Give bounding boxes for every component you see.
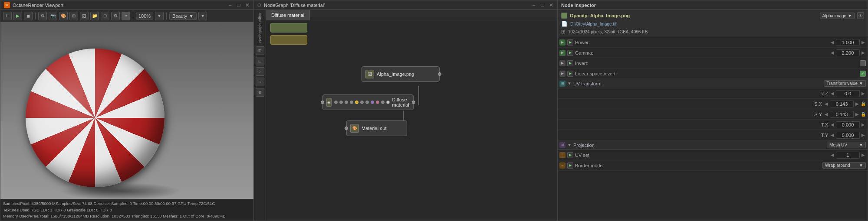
post-process-btn[interactable]: ▼ — [198, 12, 207, 20]
power-play-btn[interactable]: ▶ — [567, 39, 573, 46]
node-diffuse-material[interactable]: ◉ Diffuse material — [322, 94, 414, 110]
settings-btn-2[interactable]: ⚙ — [111, 12, 120, 20]
ng-sidebar-btn-2[interactable]: ⊡ — [256, 57, 264, 65]
inspector-title: Node Inspector — [561, 3, 596, 8]
folder-btn[interactable]: 📁 — [90, 12, 99, 20]
preview-node-green[interactable] — [270, 23, 307, 32]
linear-space-label: Linear space invert: — [575, 71, 617, 76]
uv-transform-dropdown[interactable]: Transform value ▼ — [824, 80, 866, 87]
tx-arrow-left[interactable]: ◀ — [830, 122, 835, 127]
ng-sidebar-btn-3[interactable]: ○ — [256, 67, 264, 76]
invert-icon: ▶ — [559, 60, 566, 66]
sx-lock[interactable]: 🔒 — [861, 101, 866, 107]
sx-arrow-left[interactable]: ◀ — [824, 101, 829, 106]
ng-tab-diffuse[interactable]: Diffuse material — [266, 10, 310, 20]
minimize-button[interactable]: − — [227, 3, 233, 8]
linear-space-play-btn[interactable]: ▶ — [567, 71, 573, 77]
zoom-display[interactable]: 100% — [136, 13, 153, 20]
status-line-3: Memory Used/Free/Total: 1586/7158/11264M… — [3, 213, 251, 219]
conn-4[interactable] — [350, 101, 353, 104]
filter-btn[interactable]: ⊡ — [101, 12, 109, 20]
diffuse-label: Diffuse material — [392, 97, 410, 107]
rz-arrow-left[interactable]: ◀ — [830, 91, 835, 96]
gamma-play-btn[interactable]: ▶ — [567, 50, 573, 56]
uvset-arrow-left[interactable]: ◀ — [830, 153, 835, 157]
ng-sidebar-btn-1[interactable]: ⊞ — [256, 46, 264, 55]
sy-value[interactable]: 0.143 — [830, 111, 854, 118]
color-btn[interactable]: 🎨 — [59, 12, 68, 20]
uv-transform-toggle[interactable]: ▼ — [567, 81, 572, 86]
linear-space-checkbox[interactable]: ✓ — [860, 71, 866, 77]
rz-value[interactable]: 0.0 — [836, 90, 860, 97]
conn-2[interactable] — [339, 101, 343, 104]
conn-5[interactable] — [360, 101, 364, 104]
ty-arrow-left[interactable]: ◀ — [830, 133, 835, 137]
ng-minimize-btn[interactable]: − — [531, 3, 536, 8]
border-mode-dropdown[interactable]: Wrap around ▼ — [822, 162, 866, 169]
diffuse-input-connector[interactable] — [321, 101, 324, 104]
conn-8[interactable] — [376, 101, 379, 104]
uvset-arrow-right[interactable]: ▶ — [861, 153, 866, 157]
camera-btn[interactable]: 📷 — [49, 12, 57, 20]
node-material-out[interactable]: 🎨 Material out — [346, 120, 407, 136]
diffuse-output-connector[interactable] — [412, 101, 415, 104]
conn-3[interactable] — [345, 101, 348, 104]
stop-button[interactable]: ◼ — [24, 12, 33, 20]
sun-btn[interactable]: ☀ — [122, 12, 130, 20]
sx-value[interactable]: 0.143 — [830, 101, 854, 107]
uvset-play-btn[interactable]: ▶ — [567, 152, 573, 158]
projection-dropdown[interactable]: Mesh UV ▼ — [827, 142, 866, 148]
sy-arrow-left[interactable]: ◀ — [824, 112, 829, 117]
ng-close-btn[interactable]: ✕ — [549, 3, 554, 8]
zoom-dropdown-btn[interactable]: ▼ — [155, 12, 164, 20]
invert-checkbox[interactable] — [860, 60, 866, 66]
gamma-arrow-left[interactable]: ◀ — [830, 50, 835, 55]
projection-label: Projection — [573, 143, 595, 148]
ty-arrow-right[interactable]: ▶ — [861, 133, 866, 137]
node-type-dropdown[interactable]: Alpha image ▼ — [820, 13, 855, 19]
tx-arrow-right[interactable]: ▶ — [861, 122, 866, 127]
gamma-value[interactable]: 2.200 — [836, 49, 860, 56]
power-arrow-right[interactable]: ▶ — [861, 40, 866, 45]
settings-btn-1[interactable]: ⚙ — [38, 12, 47, 20]
preview-node-yellow[interactable] — [270, 35, 307, 45]
sy-arrow-right[interactable]: ▶ — [855, 112, 860, 117]
pause-button[interactable]: ⏸ — [3, 12, 12, 20]
conn-7[interactable] — [371, 101, 374, 104]
invert-play-btn[interactable]: ▶ — [567, 60, 573, 66]
rz-arrow-right[interactable]: ▶ — [861, 91, 866, 96]
conn-1[interactable] — [334, 101, 338, 104]
sx-arrow-right[interactable]: ▶ — [855, 101, 860, 106]
inspector-header: Opacity: Alpha_Image.png Alpha image ▼ 👁… — [558, 10, 868, 37]
close-button[interactable]: ✕ — [245, 3, 250, 8]
node-alpha-image[interactable]: 🖼 Alpha_Image.png — [362, 66, 440, 82]
power-arrow-left[interactable]: ◀ — [830, 40, 835, 45]
projection-chevron: ▼ — [859, 143, 863, 147]
conn-10[interactable] — [386, 101, 390, 104]
conn-selected[interactable] — [355, 101, 358, 104]
power-value[interactable]: 1.000 — [836, 39, 860, 46]
play-button[interactable]: ▶ — [13, 12, 22, 20]
gamma-arrow-right[interactable]: ▶ — [861, 50, 866, 55]
conn-9[interactable] — [381, 101, 385, 104]
ty-label: T.Y — [821, 133, 828, 138]
border-mode-play-btn[interactable]: ▶ — [567, 162, 573, 169]
uvset-value[interactable]: 1 — [836, 152, 860, 159]
ty-value[interactable]: 0.000 — [836, 132, 860, 139]
alpha-image-output-connector[interactable] — [438, 72, 441, 76]
eye-button[interactable]: 👁 — [857, 12, 864, 19]
conn-6[interactable] — [365, 101, 369, 104]
render-mode-dropdown[interactable]: Beauty ▼ — [169, 12, 197, 20]
projection-toggle[interactable]: ▼ — [567, 143, 572, 147]
viewport-window-controls: − □ ✕ — [227, 3, 250, 8]
tx-value[interactable]: 0.000 — [836, 121, 860, 128]
ng-sidebar-btn-4[interactable]: ↔ — [256, 78, 264, 86]
ng-sidebar-btn-5[interactable]: ⊕ — [256, 88, 264, 97]
sy-lock[interactable]: 🔒 — [861, 112, 866, 117]
materialout-input-connector[interactable] — [345, 127, 348, 130]
ng-maximize-btn[interactable]: □ — [540, 3, 545, 8]
uvset-label: UV set: — [575, 153, 591, 158]
image-btn[interactable]: 🖼 — [80, 12, 89, 20]
maximize-button[interactable]: □ — [236, 3, 241, 8]
grid-btn[interactable]: ⊞ — [69, 12, 78, 20]
